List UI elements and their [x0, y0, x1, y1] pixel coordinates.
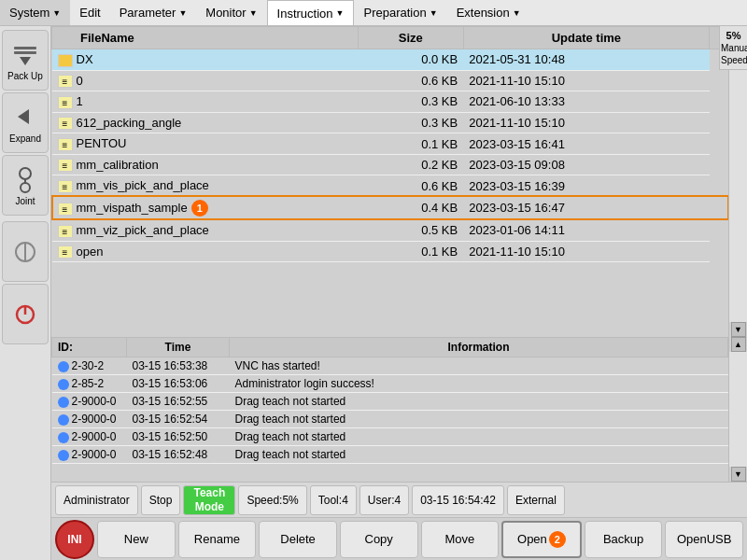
extra-sidebar-btn[interactable]	[2, 221, 49, 282]
log-info-icon	[58, 397, 69, 408]
external-button[interactable]: External	[507, 485, 565, 515]
scroll-down-arrow[interactable]: ▼	[731, 322, 746, 337]
col-size: Size	[358, 27, 463, 49]
monitor-arrow: ▼	[249, 8, 258, 18]
file-icon: ≡	[58, 180, 73, 193]
teach-mode-button[interactable]: TeachMode	[183, 485, 235, 515]
log-col-info: Information	[230, 338, 728, 357]
log-scroll-track	[729, 352, 747, 467]
menu-instruction[interactable]: Instruction ▼	[267, 0, 355, 25]
file-row[interactable]: ≡00.6 KB2021-11-10 15:10	[52, 70, 728, 91]
menu-edit[interactable]: Edit	[70, 0, 109, 25]
file-time-cell: 2023-03-15 16:41	[463, 133, 709, 155]
status-bar: Administrator Stop TeachMode Speed:5% To…	[51, 482, 747, 517]
copy-button[interactable]: Copy	[340, 521, 418, 558]
packup-button[interactable]: Pack Up	[2, 30, 49, 91]
log-id: 2-9000-0	[52, 446, 127, 464]
file-icon: ≡	[58, 245, 73, 259]
file-row[interactable]: ≡10.3 KB2021-06-10 13:33	[52, 91, 728, 113]
file-name-cell: ≡mm_viz_pick_and_place	[52, 219, 359, 241]
log-info: Administrator login success!	[230, 375, 728, 393]
timestamp-display: 03-15 16:54:42	[412, 485, 504, 515]
menu-extension[interactable]: Extension ▼	[447, 0, 530, 25]
file-icon: ≡	[58, 203, 73, 216]
move-button[interactable]: Move	[421, 521, 500, 558]
tool-display: Tool:4	[310, 485, 357, 515]
log-time: 03-15 16:52:48	[127, 446, 230, 464]
expand-button[interactable]: Expand	[2, 92, 49, 153]
log-scroll-down[interactable]: ▼	[731, 467, 746, 482]
file-name-cell: ≡mm_vispath_sample1	[52, 196, 359, 219]
open-button[interactable]: Open 2	[501, 521, 582, 558]
svg-rect-1	[14, 51, 36, 54]
menu-monitor[interactable]: Monitor ▼	[196, 0, 266, 25]
menu-system[interactable]: System ▼	[0, 0, 70, 25]
menu-preparation[interactable]: Preparation ▼	[354, 0, 446, 25]
new-button[interactable]: New	[97, 521, 176, 558]
file-name-cell: ≡1	[52, 91, 359, 113]
col-updatetime: Update time	[463, 27, 709, 49]
speed-percent: 5%	[721, 29, 746, 42]
user-display: Administrator	[55, 485, 138, 515]
log-time: 03-15 16:52:54	[127, 411, 230, 428]
power-button[interactable]	[2, 284, 49, 344]
log-scroll-up[interactable]: ▲	[731, 337, 746, 352]
file-row[interactable]: ≡mm_viz_pick_and_place0.5 KB2023-01-06 1…	[52, 219, 728, 241]
file-name-cell: ≡mm_calibration	[52, 154, 359, 175]
log-time: 03-15 16:53:38	[127, 357, 230, 375]
power-icon	[10, 300, 40, 329]
menu-parameter[interactable]: Parameter ▼	[110, 0, 197, 25]
ini-button[interactable]: INI	[55, 520, 94, 559]
badge-2: 2	[549, 531, 566, 548]
file-time-cell: 2021-11-10 15:10	[463, 70, 709, 91]
log-row: 2-85-203-15 16:53:06Administrator login …	[52, 375, 728, 393]
log-info: VNC has started!	[230, 357, 728, 375]
log-info-icon	[58, 450, 69, 461]
menubar: System ▼ Edit Parameter ▼ Monitor ▼ Inst…	[0, 0, 747, 26]
log-scrollbar[interactable]: ▲ ▼	[728, 337, 747, 482]
openusb-button[interactable]: OpenUSB	[665, 521, 743, 558]
svg-marker-3	[18, 109, 29, 124]
log-row: 2-9000-003-15 16:52:48Drag teach not sta…	[52, 446, 728, 464]
joint-button[interactable]: Joint	[2, 155, 49, 216]
file-row[interactable]: ≡612_packing_angle0.3 KB2021-11-10 15:10	[52, 112, 728, 133]
col-filename: FileName	[52, 27, 359, 49]
file-scrollbar[interactable]: ▲ ▼	[728, 26, 747, 337]
log-info-icon	[58, 361, 69, 372]
file-name-cell: ≡PENTOU	[52, 133, 359, 155]
rename-button[interactable]: Rename	[178, 521, 257, 558]
file-size-cell: 0.4 KB	[358, 196, 463, 219]
svg-rect-0	[14, 47, 36, 49]
file-row[interactable]: DX0.0 KB2021-05-31 10:48	[52, 49, 728, 71]
file-row[interactable]: ≡PENTOU0.1 KB2023-03-15 16:41	[52, 133, 728, 155]
log-time: 03-15 16:52:50	[127, 428, 230, 446]
log-id: 2-9000-0	[52, 428, 127, 446]
extension-arrow: ▼	[513, 8, 521, 18]
stop-button[interactable]: Stop	[141, 485, 181, 515]
file-row[interactable]: ≡mm_calibration0.2 KB2023-03-15 09:08	[52, 154, 728, 175]
delete-button[interactable]: Delete	[259, 521, 337, 558]
log-info-icon	[58, 432, 69, 443]
file-icon: ≡	[58, 138, 73, 151]
log-row: 2-30-203-15 16:53:38VNC has started!	[52, 357, 728, 375]
log-id: 2-85-2	[52, 375, 127, 393]
log-info: Drag teach not started	[230, 393, 728, 411]
file-time-cell: 2021-06-10 13:33	[463, 91, 709, 113]
left-sidebar: Pack Up Expand	[0, 26, 51, 560]
backup-button[interactable]: Backup	[585, 521, 663, 558]
file-time-cell: 2023-03-15 09:08	[463, 154, 709, 175]
svg-point-4	[20, 168, 31, 179]
file-size-cell: 0.6 KB	[358, 70, 463, 91]
file-row[interactable]: ≡mm_vis_pick_and_place0.6 KB2023-03-15 1…	[52, 175, 728, 197]
bottom-toolbar: INI New Rename Delete Copy Move	[51, 517, 747, 560]
file-time-cell: 2021-11-10 15:10	[463, 112, 709, 133]
file-icon: ≡	[58, 117, 73, 130]
file-icon: ≡	[58, 75, 73, 88]
file-row[interactable]: ≡mm_vispath_sample10.4 KB2023-03-15 16:4…	[52, 196, 728, 219]
preparation-arrow: ▼	[430, 8, 438, 18]
file-size-cell: 0.1 KB	[358, 241, 463, 262]
log-info-icon	[58, 414, 69, 426]
log-row: 2-9000-003-15 16:52:55Drag teach not sta…	[52, 393, 728, 411]
scroll-track	[729, 41, 747, 322]
file-row[interactable]: ≡open0.1 KB2021-11-10 15:10	[52, 241, 728, 262]
